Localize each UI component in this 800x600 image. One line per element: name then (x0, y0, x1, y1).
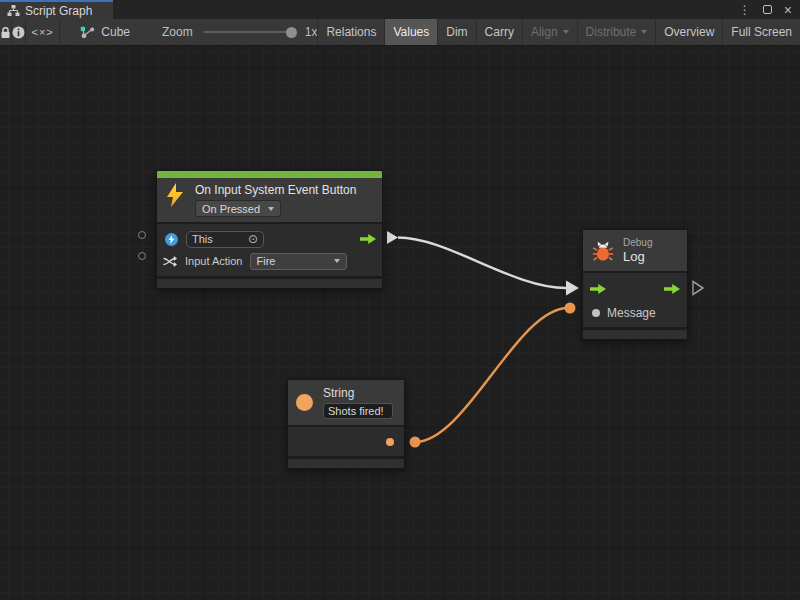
zoom-value: 1x (305, 25, 318, 39)
info-icon (12, 26, 25, 39)
unity-script-graph-window: Script Graph ⋮ × <×> (0, 0, 800, 600)
debug-node-category: Debug (623, 237, 652, 249)
enter-input-port[interactable] (590, 284, 606, 294)
chevron-down-icon (641, 30, 647, 34)
value-wire-start-dot[interactable] (410, 437, 421, 448)
control-input-arrowhead (566, 281, 579, 296)
string-node-body (288, 425, 404, 456)
lock-button[interactable] (0, 19, 12, 45)
this-input-port[interactable] (138, 231, 146, 239)
chevron-down-icon (268, 207, 274, 211)
window-controls: ⋮ × (739, 0, 800, 19)
value-wire-end-dot[interactable] (565, 303, 576, 314)
tab-title: Script Graph (25, 4, 92, 18)
message-input-port[interactable] (592, 309, 600, 317)
maximize-icon[interactable] (763, 5, 772, 14)
input-action-dropdown[interactable]: Fire (250, 253, 347, 270)
object-picker-icon: ⊙ (248, 233, 258, 245)
bug-icon (592, 241, 614, 261)
event-node-body: This ⊙ Input Action (157, 222, 382, 276)
carry-button[interactable]: Carry (476, 19, 522, 45)
graph-toolbar: <×> Cube Zoom 1x Relations Values Dim Ca… (0, 19, 800, 46)
script-graph-icon (7, 5, 20, 16)
debug-node-body: Message (583, 271, 687, 327)
code-preview-icon: <×> (32, 26, 54, 38)
input-action-label: Input Action (185, 255, 243, 267)
relations-button[interactable]: Relations (317, 19, 384, 45)
event-node-header: On Input System Event Button On Pressed (157, 178, 382, 222)
message-label: Message (607, 306, 656, 320)
graph-target-icon (80, 26, 95, 39)
node-on-input-system-event-button[interactable]: On Input System Event Button On Pressed … (156, 170, 383, 289)
debug-node-header: Debug Log (583, 230, 687, 271)
control-connection-wire[interactable] (398, 238, 566, 289)
fullscreen-button[interactable]: Full Screen (722, 19, 800, 45)
toolbar-right-group: Relations Values Dim Carry Align Distrib… (317, 19, 800, 45)
graph-target-label: Cube (101, 25, 130, 39)
kebab-menu-icon[interactable]: ⋮ (739, 4, 751, 16)
dim-button[interactable]: Dim (437, 19, 475, 45)
overview-button[interactable]: Overview (655, 19, 722, 45)
zoom-label: Zoom (162, 25, 193, 39)
this-row: This ⊙ (163, 229, 376, 249)
message-row: Message (590, 305, 680, 321)
tab-script-graph[interactable]: Script Graph (0, 0, 113, 19)
chevron-down-icon (334, 259, 340, 263)
lock-icon (0, 26, 11, 39)
trigger-output-port[interactable] (360, 234, 376, 244)
close-icon[interactable]: × (784, 3, 792, 17)
chevron-down-icon (563, 30, 569, 34)
node-string-literal[interactable]: String Shots fired! (287, 379, 405, 469)
event-accent-bar (157, 171, 382, 178)
node-debug-log[interactable]: Debug Log Message (582, 229, 688, 340)
graph-target[interactable]: Cube (80, 19, 130, 45)
this-object-field[interactable]: This ⊙ (186, 231, 264, 248)
input-action-row: Input Action Fire (163, 251, 376, 271)
string-type-icon (296, 394, 313, 411)
debug-exec-row (590, 282, 680, 296)
input-action-icon (163, 255, 177, 268)
event-node-title: On Input System Event Button (195, 183, 356, 197)
player-input-icon (165, 233, 178, 246)
graph-canvas[interactable]: On Input System Event Button On Pressed … (0, 47, 800, 600)
event-node-footer (157, 276, 382, 288)
control-output-triangle[interactable] (387, 231, 398, 244)
string-value-field[interactable]: Shots fired! (323, 403, 393, 419)
zoom-slider[interactable] (203, 31, 296, 33)
debug-node-title: Log (623, 249, 652, 264)
string-node-header: String Shots fired! (288, 380, 404, 425)
string-node-title: String (323, 386, 393, 400)
exec-output-port-empty[interactable] (693, 282, 703, 295)
zoom-control: Zoom 1x (162, 19, 317, 45)
string-node-footer (288, 456, 404, 468)
value-connection-wire[interactable] (415, 308, 568, 442)
debug-node-footer (583, 327, 687, 339)
lightning-bolt-icon (165, 183, 185, 207)
zoom-slider-handle[interactable] (286, 27, 297, 38)
info-button[interactable] (12, 19, 26, 45)
values-button[interactable]: Values (384, 19, 437, 45)
string-output-port[interactable] (386, 438, 394, 446)
event-mode-dropdown[interactable]: On Pressed (195, 200, 281, 217)
tab-bar: Script Graph ⋮ × (0, 0, 800, 19)
input-action-input-port[interactable] (138, 252, 146, 260)
exit-output-port[interactable] (664, 284, 680, 294)
code-preview-button[interactable]: <×> (26, 19, 60, 45)
align-button[interactable]: Align (522, 19, 577, 45)
distribute-button[interactable]: Distribute (577, 19, 656, 45)
